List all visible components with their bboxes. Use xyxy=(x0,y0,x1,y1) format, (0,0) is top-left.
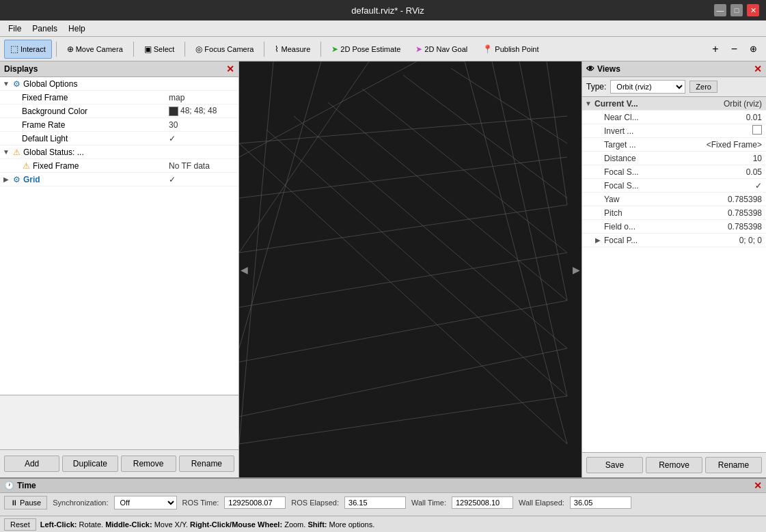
frame-rate-value: 30 xyxy=(169,120,237,130)
measure-icon: ⌇ xyxy=(275,44,279,54)
invert-checkbox[interactable] xyxy=(752,125,762,135)
rename-display-button[interactable]: Rename xyxy=(179,456,234,472)
maximize-button[interactable]: □ xyxy=(730,4,743,16)
displays-title: Displays xyxy=(4,64,38,74)
bg-color-value: 48; 48; 48 xyxy=(169,106,237,116)
views-toolbar: Type: Orbit (rviz) FPS (rviz) XYOrbit (r… xyxy=(582,77,766,97)
current-view-expand[interactable]: ▼ xyxy=(584,100,593,107)
minimize-button[interactable]: — xyxy=(714,4,726,16)
grid-expand[interactable]: ▶ xyxy=(1,176,11,183)
nav-goal-button[interactable]: ➤ 2D Nav Goal xyxy=(409,40,474,59)
global-status-expand[interactable]: ▼ xyxy=(1,148,11,156)
views-rename-button[interactable]: Rename xyxy=(705,457,762,473)
wall-elapsed-value: 36.05 xyxy=(570,496,631,509)
vtree-row-field-of-view[interactable]: Field o... 0.785398 xyxy=(582,220,766,234)
vtree-row-focal-scale-2[interactable]: Focal S... ✓ xyxy=(582,179,766,193)
distance-label: Distance xyxy=(603,154,753,163)
ros-time-label: ROS Time: xyxy=(182,499,219,507)
wall-elapsed-label: Wall Elapsed: xyxy=(519,499,564,507)
svg-line-2 xyxy=(294,116,567,348)
views-panel-header: 👁 Views ✕ xyxy=(582,61,766,77)
viewport-arrow-right[interactable]: ▶ xyxy=(573,264,580,275)
target-frame-label: Target ... xyxy=(603,140,707,150)
close-button[interactable]: ✕ xyxy=(747,4,759,16)
views-close-icon[interactable]: ✕ xyxy=(754,64,762,74)
duplicate-display-button[interactable]: Duplicate xyxy=(62,456,118,472)
vtree-row-invert[interactable]: Invert ... xyxy=(582,124,766,138)
menu-help[interactable]: Help xyxy=(63,23,91,35)
focal-point-expand[interactable]: ▶ xyxy=(593,236,603,244)
menu-panels[interactable]: Panels xyxy=(27,23,63,35)
remove-display-icon-button[interactable]: − xyxy=(726,40,742,59)
interact-button[interactable]: ⬚ Interact xyxy=(4,40,52,59)
vtree-row-current-view[interactable]: ▼ Current V... Orbit (rviz) xyxy=(582,97,766,111)
wall-time-label: Wall Time: xyxy=(411,499,446,507)
display-tree[interactable]: ▼ ⚙ Global Options Fixed Frame map Backg… xyxy=(0,77,238,395)
main-content: Displays ✕ ▼ ⚙ Global Options Fixed Fram… xyxy=(0,61,766,477)
remove-display-button[interactable]: Remove xyxy=(121,456,176,472)
vtree-row-focal-point[interactable]: ▶ Focal P... 0; 0; 0 xyxy=(582,234,766,247)
default-light-value xyxy=(169,134,237,143)
svg-line-14 xyxy=(239,61,273,444)
time-close-icon[interactable]: ✕ xyxy=(754,480,762,491)
displays-close-icon[interactable]: ✕ xyxy=(226,64,234,74)
vtree-row-yaw[interactable]: Yaw 0.785398 xyxy=(582,193,766,206)
add-display-icon-button[interactable]: + xyxy=(707,40,723,59)
tree-row-fixed-frame[interactable]: Fixed Frame map xyxy=(0,91,238,104)
focal-scale-2-checkbox[interactable]: ✓ xyxy=(755,181,762,191)
vtree-row-pitch[interactable]: Pitch 0.785398 xyxy=(582,206,766,220)
tree-row-global-status[interactable]: ▼ ⚠ Global Status: ... xyxy=(0,145,238,159)
select-button[interactable]: ▣ Select xyxy=(138,40,181,59)
viewport-arrow-left[interactable]: ◀ xyxy=(241,264,248,275)
tree-row-global-status-fixed-frame[interactable]: ⚠ Fixed Frame No TF data xyxy=(0,159,238,173)
tree-row-grid[interactable]: ▶ ⚙ Grid xyxy=(0,173,238,186)
views-save-button[interactable]: Save xyxy=(586,457,643,473)
focus-camera-button[interactable]: ◎ Focus Camera xyxy=(189,40,260,59)
vtree-row-distance[interactable]: Distance 10 xyxy=(582,152,766,165)
move-camera-button[interactable]: ⊕ Move Camera xyxy=(61,40,129,59)
reset-button[interactable]: Reset xyxy=(4,518,36,531)
grid-checkbox[interactable] xyxy=(169,175,176,184)
menu-file[interactable]: File xyxy=(3,23,27,35)
vtree-row-target-frame[interactable]: Target ... <Fixed Frame> xyxy=(582,138,766,152)
status-hint: Left-Click: Rotate. Middle-Click: Move X… xyxy=(40,520,374,529)
add-display-button[interactable]: Add xyxy=(4,456,59,472)
tree-row-default-light[interactable]: Default Light xyxy=(0,132,238,145)
tree-row-bg-color[interactable]: Background Color 48; 48; 48 xyxy=(0,104,238,118)
pause-button[interactable]: ⏸ Pause xyxy=(4,496,47,509)
toolbar-sep-4 xyxy=(264,42,264,57)
views-type-label: Type: xyxy=(586,82,606,92)
tree-row-frame-rate[interactable]: Frame Rate 30 xyxy=(0,118,238,132)
ros-elapsed-label: ROS Elapsed: xyxy=(291,499,339,507)
vtree-row-focal-scale-1[interactable]: Focal S... 0.05 xyxy=(582,165,766,179)
title-bar: default.rviz* - RViz — □ ✕ xyxy=(0,0,766,20)
svg-line-4 xyxy=(362,89,567,253)
views-type-select[interactable]: Orbit (rviz) FPS (rviz) XYOrbit (rviz) xyxy=(610,80,685,94)
pose-icon: ➤ xyxy=(331,44,338,54)
views-tree[interactable]: ▼ Current V... Orbit (rviz) Near Cl... 0… xyxy=(582,97,766,452)
focal-scale-2-label: Focal S... xyxy=(603,181,755,191)
target-frame-value: <Fixed Frame> xyxy=(707,140,765,150)
sync-select[interactable]: Off Approximate Exact xyxy=(114,496,177,509)
time-panel: 🕐 Time ✕ ⏸ Pause Synchronization: Off Ap… xyxy=(0,477,766,516)
publish-point-button[interactable]: 📍 Publish Point xyxy=(476,40,545,59)
views-zero-button[interactable]: Zero xyxy=(689,81,717,93)
ros-time-value: 12925008.07 xyxy=(224,496,286,509)
svg-line-15 xyxy=(239,61,321,348)
pose-estimate-button[interactable]: ➤ 2D Pose Estimate xyxy=(325,40,407,59)
svg-line-22 xyxy=(547,61,567,205)
settings-icon-button[interactable]: ⊕ xyxy=(745,40,762,59)
ros-elapsed-value: 36.15 xyxy=(344,496,406,509)
svg-line-16 xyxy=(239,61,369,253)
global-options-expand[interactable]: ▼ xyxy=(1,80,11,87)
wall-time-value: 12925008.10 xyxy=(452,496,513,509)
svg-line-7 xyxy=(239,116,567,143)
views-remove-button[interactable]: Remove xyxy=(646,457,702,473)
warning-icon-fixed-frame: ⚠ xyxy=(20,161,31,171)
tree-row-global-options[interactable]: ▼ ⚙ Global Options xyxy=(0,77,238,91)
measure-button[interactable]: ⌇ Measure xyxy=(269,40,316,59)
vtree-row-near-clip[interactable]: Near Cl... 0.01 xyxy=(582,111,766,124)
displays-panel-header: Displays ✕ xyxy=(0,61,238,77)
default-light-checkbox[interactable] xyxy=(169,134,176,143)
3d-viewport[interactable]: ◀ ▶ xyxy=(239,61,582,477)
